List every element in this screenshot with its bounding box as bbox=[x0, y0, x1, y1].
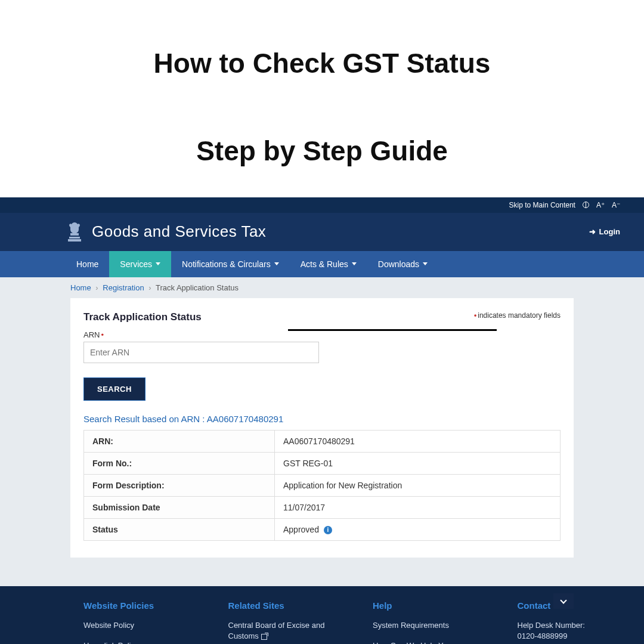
brand-title: Goods and Services Tax bbox=[92, 222, 266, 241]
nav-downloads-label: Downloads bbox=[378, 259, 419, 269]
caret-down-icon bbox=[156, 262, 160, 265]
caret-down-icon bbox=[352, 262, 357, 265]
footer-col-policies: Website Policies Website Policy Hyperlin… bbox=[0, 600, 210, 644]
login-link[interactable]: ➜ Login bbox=[589, 227, 620, 236]
arn-input[interactable] bbox=[83, 342, 319, 363]
footer-link[interactable]: Hyperlink Policy bbox=[83, 640, 193, 644]
nav-home-label: Home bbox=[76, 259, 98, 269]
table-row: Form Description:Application for New Reg… bbox=[84, 474, 561, 496]
result-table: ARN:AA0607170480291 Form No.:GST REG-01 … bbox=[83, 430, 561, 541]
cell-value: AA0607170480291 bbox=[275, 430, 561, 452]
nav-downloads[interactable]: Downloads bbox=[367, 251, 438, 277]
external-link-icon bbox=[261, 634, 267, 640]
underline-decor bbox=[288, 329, 497, 331]
footer-heading: Help bbox=[373, 600, 482, 611]
cell-label: Form Description: bbox=[84, 474, 275, 496]
cell-value: Application for New Registration bbox=[275, 474, 561, 496]
govt-emblem-icon bbox=[66, 221, 83, 243]
utility-bar: Skip to Main Content A⁺ A⁻ bbox=[0, 197, 644, 213]
caret-down-icon bbox=[423, 262, 428, 265]
nav-services[interactable]: Services bbox=[109, 251, 171, 277]
nav-acts-rules[interactable]: Acts & Rules bbox=[290, 251, 367, 277]
cell-value: GST REG-01 bbox=[275, 452, 561, 474]
cell-label: Form No.: bbox=[84, 452, 275, 474]
login-label: Login bbox=[599, 227, 620, 236]
footer-heading: Related Sites bbox=[228, 600, 338, 611]
footer-link[interactable]: Website Policy bbox=[83, 620, 193, 631]
footer-link[interactable]: System Requirements bbox=[373, 620, 482, 631]
cell-value: 11/07/2017 bbox=[275, 496, 561, 518]
table-row: StatusApproved i bbox=[84, 518, 561, 540]
footer: Website Policies Website Policy Hyperlin… bbox=[0, 586, 644, 644]
overlay-title-line2: Step by Step Guide bbox=[196, 135, 448, 166]
nav-notifications[interactable]: Notifications & Circulars bbox=[171, 251, 290, 277]
caret-down-icon bbox=[274, 262, 279, 265]
login-arrow-icon: ➜ bbox=[589, 227, 596, 236]
cell-value: Approved i bbox=[275, 518, 561, 540]
header: Goods and Services Tax ➜ Login bbox=[0, 213, 644, 251]
arn-label: ARN• bbox=[83, 330, 561, 339]
nav-services-label: Services bbox=[120, 259, 152, 269]
mandatory-note: •indicates mandatory fields bbox=[474, 311, 561, 320]
cell-label: ARN: bbox=[84, 430, 275, 452]
nav-notifications-label: Notifications & Circulars bbox=[182, 259, 271, 269]
font-increase-button[interactable]: A⁺ bbox=[596, 201, 605, 209]
footer-text: Help Desk Number: 0120-4888999 bbox=[518, 620, 627, 642]
skip-to-main-link[interactable]: Skip to Main Content bbox=[509, 201, 575, 209]
breadcrumb-home[interactable]: Home bbox=[70, 283, 91, 292]
table-row: Form No.:GST REG-01 bbox=[84, 452, 561, 474]
chevron-down-icon bbox=[560, 597, 566, 603]
footer-col-help: Help System Requirements How Can We Help… bbox=[355, 600, 500, 644]
result-heading: Search Result based on ARN : AA060717048… bbox=[83, 414, 561, 424]
footer-heading: Website Policies bbox=[83, 600, 193, 611]
breadcrumb: Home › Registration › Track Application … bbox=[0, 277, 644, 298]
table-row: ARN:AA0607170480291 bbox=[84, 430, 561, 452]
info-icon[interactable]: i bbox=[324, 526, 332, 534]
breadcrumb-sep: › bbox=[148, 283, 151, 292]
cell-label: Submission Date bbox=[84, 496, 275, 518]
cell-label: Status bbox=[84, 518, 275, 540]
nav-acts-rules-label: Acts & Rules bbox=[301, 259, 348, 269]
footer-link[interactable]: How Can We Help You bbox=[373, 640, 482, 644]
panel-title: Track Application Status bbox=[83, 311, 202, 323]
main-nav: Home Services Notifications & Circulars … bbox=[0, 251, 644, 277]
overlay-title: How to Check GST Status Step by Step Gui… bbox=[0, 0, 644, 197]
table-row: Submission Date11/07/2017 bbox=[84, 496, 561, 518]
footer-col-related: Related Sites Central Board of Excise an… bbox=[210, 600, 355, 644]
search-button[interactable]: SEARCH bbox=[83, 377, 145, 401]
breadcrumb-registration[interactable]: Registration bbox=[103, 283, 144, 292]
brand: Goods and Services Tax bbox=[66, 221, 266, 243]
footer-link[interactable]: Central Board of Excise and Customs bbox=[228, 620, 338, 642]
nav-home[interactable]: Home bbox=[66, 251, 109, 277]
breadcrumb-current: Track Application Status bbox=[156, 283, 239, 292]
track-status-panel: Track Application Status •indicates mand… bbox=[70, 298, 574, 558]
breadcrumb-sep: › bbox=[95, 283, 98, 292]
scroll-down-button[interactable] bbox=[553, 593, 574, 609]
font-decrease-button[interactable]: A⁻ bbox=[612, 201, 620, 209]
contrast-toggle-icon[interactable] bbox=[583, 202, 589, 208]
overlay-title-line1: How to Check GST Status bbox=[154, 48, 491, 79]
